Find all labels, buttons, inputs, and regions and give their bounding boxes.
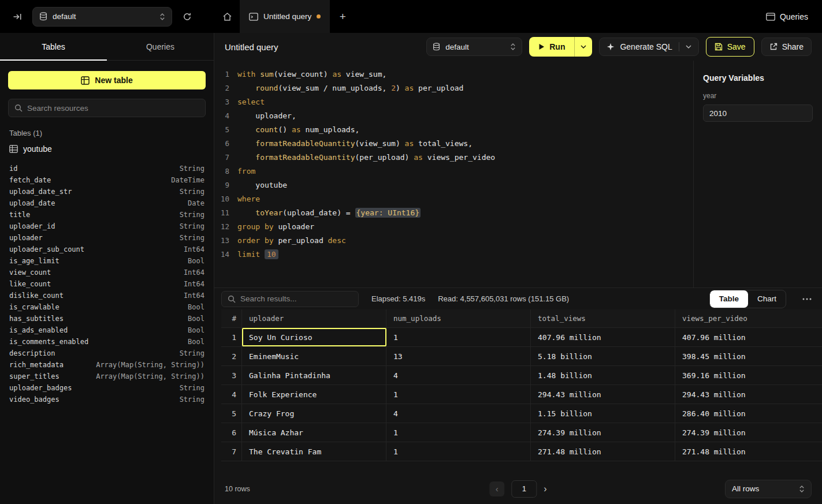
next-page-button[interactable]: › [544, 484, 546, 494]
page-size-select[interactable]: All rows [725, 480, 812, 498]
code-line[interactable]: 3select [214, 95, 693, 109]
code-line[interactable]: 11 toYear(upload_date) = {year: UInt16} [214, 206, 693, 220]
column-row[interactable]: is_ads_enabledBool [9, 324, 204, 336]
code-line[interactable]: 6 formatReadableQuantity(view_sum) as to… [214, 137, 693, 151]
results-cell[interactable]: 407.96 million [675, 328, 822, 346]
column-row[interactable]: video_badgesString [9, 394, 204, 405]
column-row[interactable]: is_crawlableBool [9, 301, 204, 313]
results-header-cell[interactable]: total_views [531, 309, 675, 327]
collapse-sidebar-button[interactable] [9, 9, 25, 25]
column-row[interactable]: like_countInt64 [9, 278, 204, 290]
results-cell[interactable]: 274.39 million [531, 423, 675, 442]
results-cell[interactable]: 294.43 million [531, 385, 675, 404]
column-row[interactable]: is_age_limitBool [9, 255, 204, 267]
query-database-select[interactable]: default [426, 38, 522, 56]
code-line[interactable]: 7 formatReadableQuantity(per_upload) as … [214, 151, 693, 165]
column-row[interactable]: uploader_idString [9, 221, 204, 232]
results-cell[interactable]: 5.18 billion [531, 347, 675, 365]
run-options-caret[interactable] [574, 37, 592, 57]
topbar-database-select[interactable]: default [32, 7, 172, 27]
save-button[interactable]: Save [706, 37, 754, 57]
code-line[interactable]: 8from [214, 165, 693, 178]
results-cell[interactable]: 1.48 billion [531, 366, 675, 384]
results-cell[interactable]: 286.40 million [675, 404, 822, 423]
results-more-button[interactable] [799, 291, 815, 307]
code-line[interactable]: 12group by uploader [214, 220, 693, 234]
results-cell[interactable]: 1 [386, 442, 531, 461]
code-line[interactable]: 2 round(view_sum / num_uploads, 2) as pe… [214, 81, 693, 95]
results-cell[interactable]: 407.96 million [531, 328, 675, 346]
column-row[interactable]: uploader_badgesString [9, 382, 204, 394]
column-row[interactable]: titleString [9, 209, 204, 221]
results-cell[interactable]: Crazy Frog [242, 404, 386, 423]
row-number-cell[interactable]: 2 [221, 347, 242, 365]
results-cell[interactable]: Galinha Pintadinha [242, 366, 386, 384]
sql-editor[interactable]: 1with sum(view_count) as view_sum,2 roun… [214, 61, 693, 288]
results-header-cell[interactable]: views_per_video [675, 309, 822, 327]
share-button[interactable]: Share [761, 38, 812, 56]
results-cell[interactable]: The Crevatin Fam [242, 442, 386, 461]
variable-input-year[interactable] [703, 104, 813, 122]
column-row[interactable]: idString [9, 163, 204, 174]
prev-page-button[interactable]: ‹ [489, 481, 504, 496]
code-line[interactable]: 14limit 10 [214, 248, 693, 262]
results-search-input[interactable] [240, 294, 352, 303]
column-row[interactable]: is_comments_enabledBool [9, 336, 204, 348]
sidebar-search-input[interactable] [27, 104, 199, 113]
results-cell[interactable]: 294.43 million [675, 385, 822, 404]
code-line[interactable]: 9 youtube [214, 178, 693, 192]
refresh-button[interactable] [179, 9, 195, 25]
results-cell[interactable]: Folk Experience [242, 385, 386, 404]
run-button[interactable]: Run [529, 37, 592, 57]
row-number-cell[interactable]: 4 [221, 385, 242, 404]
results-header-cell[interactable]: num_uploads [386, 309, 531, 327]
results-cell[interactable]: 1 [386, 328, 531, 346]
row-number-cell[interactable]: 3 [221, 366, 242, 384]
code-line[interactable]: 13order by per_upload desc [214, 234, 693, 248]
row-number-cell[interactable]: 5 [221, 404, 242, 423]
column-row[interactable]: rich_metadataArray(Map(String, String)) [9, 359, 204, 371]
chevron-down-icon[interactable] [686, 45, 691, 48]
results-cell[interactable]: 398.45 million [675, 347, 822, 365]
code-line[interactable]: 1with sum(view_count) as view_sum, [214, 68, 693, 81]
results-header-cell[interactable]: # [221, 309, 242, 327]
results-cell[interactable]: EminemMusic [242, 347, 386, 365]
results-cell[interactable]: 1 [386, 423, 531, 442]
new-table-button[interactable]: New table [8, 71, 206, 89]
results-cell[interactable]: 271.48 million [531, 442, 675, 461]
code-line[interactable]: 4 uploader, [214, 109, 693, 123]
tab-untitled-query[interactable]: Untitled query [240, 0, 330, 33]
results-cell[interactable]: 271.48 million [675, 442, 822, 461]
column-row[interactable]: upload_date_strString [9, 186, 204, 197]
results-cell[interactable]: 1 [386, 385, 531, 404]
generate-sql-button[interactable]: Generate SQL [599, 38, 698, 56]
column-row[interactable]: fetch_dateDateTime [9, 174, 204, 186]
column-row[interactable]: upload_dateDate [9, 197, 204, 209]
view-tab-table[interactable]: Table [710, 290, 748, 308]
results-cell[interactable]: 369.16 million [675, 366, 822, 384]
results-cell[interactable]: Música Azhar [242, 423, 386, 442]
column-row[interactable]: descriptionString [9, 348, 204, 359]
view-tab-chart[interactable]: Chart [748, 290, 786, 308]
sidebar-table-youtube[interactable]: youtube [0, 143, 214, 158]
row-number-cell[interactable]: 7 [221, 442, 242, 461]
new-tab-button[interactable]: + [330, 0, 355, 33]
code-line[interactable]: 10where [214, 192, 693, 206]
results-header-cell[interactable]: uploader [242, 309, 386, 327]
row-number-cell[interactable]: 1 [221, 328, 242, 346]
home-button[interactable] [214, 0, 240, 33]
results-cell[interactable]: 4 [386, 366, 531, 384]
column-row[interactable]: uploader_sub_countInt64 [9, 244, 204, 255]
results-cell[interactable]: 1.15 billion [531, 404, 675, 423]
code-line[interactable]: 5 count() as num_uploads, [214, 123, 693, 137]
results-cell[interactable]: 274.39 million [675, 423, 822, 442]
column-row[interactable]: super_titlesArray(Map(String, String)) [9, 371, 204, 382]
row-number-cell[interactable]: 6 [221, 423, 242, 442]
results-cell[interactable]: 13 [386, 347, 531, 365]
column-row[interactable]: uploaderString [9, 232, 204, 244]
page-number-input[interactable] [511, 480, 537, 498]
column-row[interactable]: view_countInt64 [9, 267, 204, 278]
sidebar-tab-tables[interactable]: Tables [0, 33, 107, 60]
queries-button[interactable]: Queries [752, 0, 822, 33]
sidebar-tab-queries[interactable]: Queries [107, 33, 214, 60]
